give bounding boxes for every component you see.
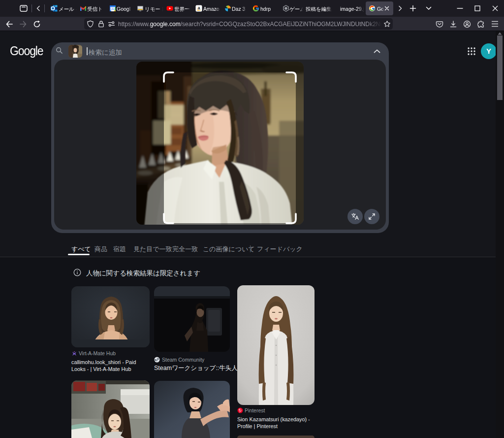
svg-text:31: 31 [111,7,115,10]
